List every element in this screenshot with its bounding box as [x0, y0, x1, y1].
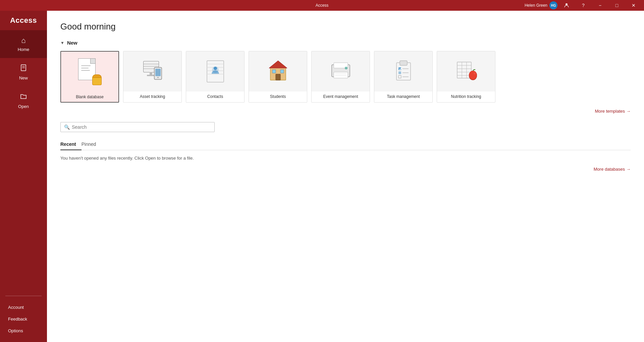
search-input[interactable] [72, 124, 211, 130]
template-asset-name: Asset tracking [123, 92, 181, 102]
db-line [81, 70, 90, 71]
home-icon: ⌂ [21, 36, 25, 45]
new-icon [20, 64, 27, 73]
blank-db-icon [78, 58, 102, 85]
svg-rect-12 [155, 69, 161, 76]
db-line [81, 65, 91, 66]
more-databases-link[interactable]: More databases → [594, 167, 631, 172]
svg-rect-28 [334, 72, 348, 78]
sidebar-item-feedback[interactable]: Feedback [0, 313, 47, 325]
svg-rect-9 [150, 72, 152, 75]
svg-point-31 [345, 67, 347, 69]
template-contacts-thumb [186, 51, 244, 92]
template-contacts[interactable]: Contacts [186, 51, 245, 103]
template-task-name: Task management [374, 92, 432, 102]
template-event[interactable]: Event management [311, 51, 370, 103]
templates-grid: Blank database [60, 51, 631, 103]
empty-message: You haven't opened any files recently. C… [60, 156, 631, 161]
open-icon [20, 93, 27, 102]
main-content: Good morning ▼ New [47, 11, 644, 342]
svg-rect-24 [280, 70, 284, 73]
template-event-name: Event management [312, 92, 370, 102]
tabs: Recent Pinned [60, 139, 631, 150]
user-avatar[interactable]: HG [549, 1, 557, 9]
svg-rect-38 [398, 71, 401, 74]
svg-rect-23 [272, 70, 276, 73]
template-task[interactable]: Task management [374, 51, 433, 103]
people-icon[interactable] [559, 0, 574, 11]
svg-rect-25 [276, 74, 280, 80]
template-asset-thumb [123, 51, 181, 92]
title-bar-right: Helen Green HG ? − □ ✕ [525, 0, 641, 11]
sidebar-item-new[interactable]: New [0, 58, 47, 87]
template-task-thumb [374, 51, 432, 92]
greeting: Good morning [60, 21, 631, 32]
tab-recent[interactable]: Recent [60, 139, 82, 150]
more-templates-link[interactable]: More templates → [595, 109, 631, 114]
restore-button[interactable]: □ [609, 0, 625, 11]
svg-rect-10 [147, 75, 155, 76]
svg-point-20 [214, 67, 217, 70]
blank-db-lines [81, 65, 91, 71]
more-templates-container: More templates → [60, 108, 631, 114]
svg-point-52 [474, 72, 476, 74]
minimize-button[interactable]: − [592, 0, 608, 11]
template-students-name: Students [249, 92, 307, 102]
sidebar-item-home[interactable]: ⌂ Home [0, 30, 47, 58]
close-button[interactable]: ✕ [626, 0, 641, 11]
more-databases-arrow: → [626, 167, 631, 172]
app-body: Access ⌂ Home New Open Account Feedb [0, 11, 644, 342]
chevron-icon: ▼ [60, 41, 64, 45]
template-blank-thumb [61, 52, 118, 92]
sidebar-divider [5, 296, 42, 296]
tab-pinned[interactable]: Pinned [82, 139, 102, 150]
svg-point-0 [566, 3, 568, 5]
template-nutrition[interactable]: Nutrition tracking [437, 51, 495, 103]
svg-point-13 [157, 77, 159, 78]
sidebar-open-label: Open [18, 104, 29, 109]
title-bar: Access Helen Green HG ? − □ ✕ [0, 0, 644, 11]
sidebar-app-name: Access [0, 11, 47, 30]
template-students[interactable]: Students [249, 51, 307, 103]
sidebar-nav: ⌂ Home New Open [0, 30, 47, 293]
db-cylinder [92, 74, 102, 85]
more-templates-arrow: → [626, 109, 631, 114]
section-new-header[interactable]: ▼ New [60, 40, 631, 46]
sidebar-item-open[interactable]: Open [0, 87, 47, 115]
user-name: Helen Green [525, 3, 547, 8]
search-icon: 🔍 [64, 124, 70, 130]
sidebar-bottom: Account Feedback Options [0, 299, 47, 342]
more-templates-label: More templates [595, 109, 625, 114]
section-new-title: New [67, 40, 77, 46]
svg-rect-33 [400, 61, 407, 65]
sidebar-new-label: New [19, 75, 28, 80]
cyl-body [92, 78, 102, 85]
app-title: Access [316, 3, 329, 8]
db-line [81, 68, 89, 68]
template-blank-name: Blank database [61, 92, 118, 102]
sidebar: Access ⌂ Home New Open Account Feedb [0, 11, 47, 342]
svg-point-51 [469, 71, 477, 79]
template-asset[interactable]: Asset tracking [123, 51, 182, 103]
more-databases-container: More databases → [60, 166, 631, 172]
sidebar-item-account[interactable]: Account [0, 301, 47, 313]
sidebar-home-label: Home [18, 47, 30, 52]
sidebar-item-options[interactable]: Options [0, 325, 47, 337]
cyl-top [92, 74, 102, 78]
template-nutrition-name: Nutrition tracking [437, 92, 495, 102]
template-nutrition-thumb [437, 51, 495, 92]
template-contacts-name: Contacts [186, 92, 244, 102]
template-event-thumb [312, 51, 370, 92]
template-blank[interactable]: Blank database [60, 51, 119, 103]
svg-marker-22 [269, 61, 287, 68]
more-databases-label: More databases [594, 167, 625, 172]
search-box: 🔍 [60, 122, 215, 132]
template-students-thumb [249, 51, 307, 92]
user-info: Helen Green HG [525, 1, 557, 9]
help-icon[interactable]: ? [576, 0, 591, 11]
